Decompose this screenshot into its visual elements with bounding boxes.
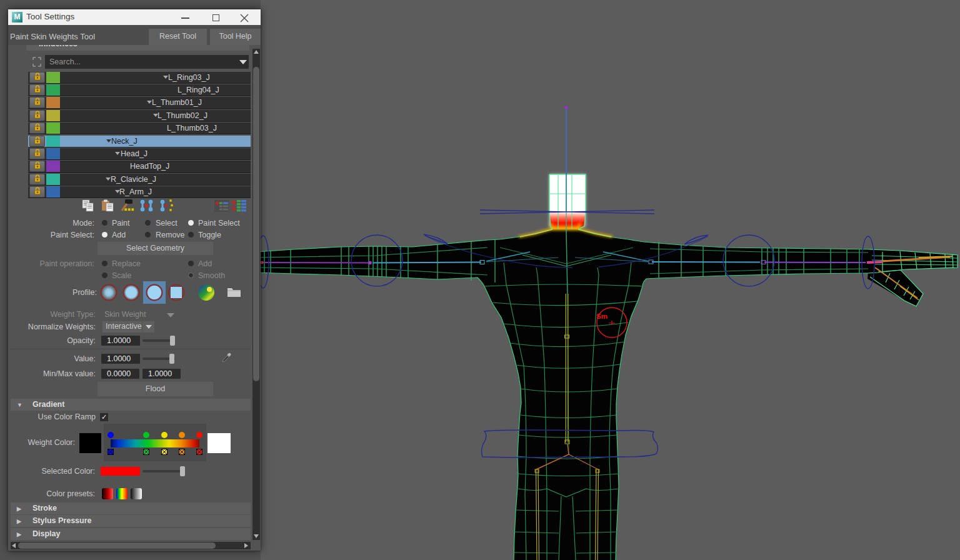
svg-text:Sm: Sm bbox=[596, 312, 608, 320]
